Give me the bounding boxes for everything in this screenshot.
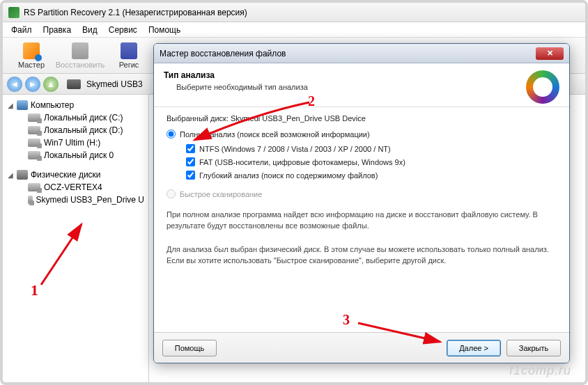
check-deep[interactable]: Глубокий анализ (поиск по содержимому фа…	[186, 171, 557, 180]
title-bar: RS Partition Recovery 2.1 (Незарегистрир…	[3, 3, 585, 22]
computer-icon	[17, 100, 28, 110]
help-button[interactable]: Помощь	[162, 340, 217, 356]
radio-full-analysis[interactable]: Полный анализ (поиск всей возможной инфо…	[167, 129, 557, 139]
nav-path: Skymedi USB3	[86, 79, 143, 89]
dialog-footer: Помощь Далее > Закрыть	[154, 332, 569, 363]
window-title: RS Partition Recovery 2.1 (Незарегистрир…	[24, 8, 247, 17]
menu-help[interactable]: Помощь	[143, 24, 186, 36]
nav-forward-button[interactable]: ►	[25, 77, 40, 92]
check-ntfs-input[interactable]	[186, 144, 195, 153]
check-deep-input[interactable]	[186, 171, 195, 180]
expander-icon[interactable]: ◢	[7, 171, 14, 179]
dialog-header: Тип анализа Выберите необходимый тип ана…	[154, 63, 569, 107]
dialog-titlebar: Мастер восстановления файлов ✕	[154, 44, 569, 63]
toolbar-region-label: Регис	[119, 61, 139, 69]
info-text-2: Для анализа был выбран физический диск. …	[167, 244, 557, 267]
tree-item-skymedi[interactable]: Skymedi USB3_Pen_Drive U	[3, 194, 148, 206]
toolbar-restore-label: Восстановить	[56, 61, 105, 69]
dialog-title: Мастер восстановления файлов	[160, 49, 286, 58]
toolbar-master-label: Мастер	[18, 61, 45, 69]
nav-back-button[interactable]: ◄	[7, 77, 22, 92]
disk-icon	[28, 196, 33, 204]
toolbar-region-button[interactable]: Регис	[105, 42, 153, 69]
restore-icon	[72, 42, 88, 59]
check-fat-input[interactable]	[186, 157, 195, 166]
menu-bar: Файл Правка Вид Сервис Помощь	[3, 22, 585, 38]
tree-computer-label: Компьютер	[31, 100, 74, 110]
disk-icon	[28, 126, 40, 134]
menu-view[interactable]: Вид	[77, 24, 103, 36]
dialog-close-button[interactable]: ✕	[536, 47, 564, 60]
tree-computer[interactable]: ◢ Компьютер	[3, 99, 148, 111]
dialog-heading: Тип анализа	[164, 70, 526, 80]
next-button[interactable]: Далее >	[447, 340, 501, 356]
wizard-dialog: Мастер восстановления файлов ✕ Тип анали…	[153, 43, 570, 363]
wand-icon	[23, 42, 40, 59]
tree-item-ocz[interactable]: OCZ-VERTEX4	[3, 181, 148, 194]
tree-item-local-c[interactable]: Локальный диск (C:)	[3, 111, 148, 124]
drives-icon	[17, 170, 28, 180]
menu-edit[interactable]: Правка	[38, 24, 77, 36]
disk-icon	[28, 151, 40, 159]
tree-item-win7[interactable]: Win7 Ultim (H:)	[3, 136, 148, 149]
check-ntfs[interactable]: NTFS (Windows 7 / 2008 / Vista / 2003 / …	[186, 144, 557, 153]
tree-item-local-d[interactable]: Локальный диск (D:)	[3, 124, 148, 136]
app-icon	[8, 7, 20, 18]
region-icon	[121, 42, 137, 59]
check-fat[interactable]: FAT (USB-носители, цифровые фотокамеры, …	[186, 157, 557, 166]
recovery-icon	[526, 70, 559, 104]
disk-icon	[28, 113, 40, 122]
info-text-1: При полном анализе программа найдет всю …	[167, 210, 557, 232]
drive-icon	[67, 79, 81, 89]
tree-item-local-0[interactable]: Локальный диск 0	[3, 149, 148, 162]
radio-quick-scan: Быстрое сканирование	[167, 189, 557, 198]
sidebar: ◢ Компьютер Локальный диск (C:) Локальны…	[3, 95, 149, 382]
toolbar-restore-button: Восстановить	[56, 42, 105, 69]
tree-physical[interactable]: ◢ Физические диски	[3, 168, 148, 181]
watermark: f1comp.ru	[509, 363, 571, 378]
radio-full-input[interactable]	[167, 129, 176, 139]
nav-up-button[interactable]: ▲	[43, 77, 59, 92]
selected-disk-label: Выбранный диск: Skymedi USB3_Pen_Drive U…	[167, 114, 557, 123]
radio-quick-input	[167, 189, 176, 198]
toolbar-master-button[interactable]: Мастер	[7, 42, 56, 69]
expander-icon[interactable]: ◢	[7, 102, 14, 109]
disk-icon	[28, 139, 40, 147]
close-button[interactable]: Закрыть	[506, 340, 561, 356]
disk-icon	[28, 183, 40, 191]
dialog-subheading: Выберите необходимый тип анализа	[176, 83, 526, 91]
tree-physical-label: Физические диски	[31, 170, 101, 180]
menu-file[interactable]: Файл	[6, 24, 38, 36]
menu-service[interactable]: Сервис	[103, 24, 143, 36]
